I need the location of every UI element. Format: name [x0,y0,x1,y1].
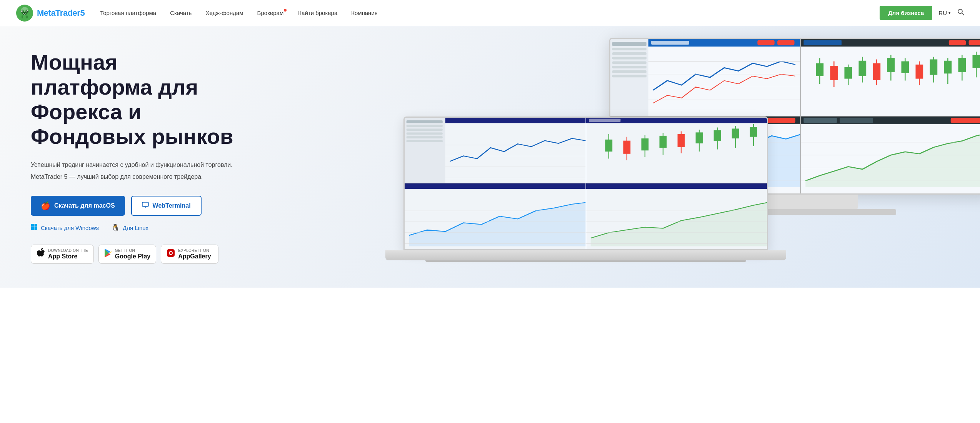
svg-rect-104 [589,119,620,122]
svg-rect-94 [407,132,443,135]
laptop-base [385,250,787,260]
chart-panel-2 [801,39,980,116]
app-gallery-small: EXPLORE IT ON [178,248,211,253]
hero-section: Мощная платформа для Форекса и Фондовых … [0,26,980,288]
svg-rect-31 [612,70,647,73]
app-gallery-icon [167,249,175,260]
svg-point-6 [22,11,23,12]
nav-download[interactable]: Скачать [170,10,192,16]
navbar: MetaTrader5 Торговая платформа Скачать Х… [0,0,980,26]
svg-rect-120 [732,128,739,138]
svg-rect-55 [887,58,895,72]
svg-rect-28 [612,57,647,60]
logo-icon [15,4,34,22]
svg-rect-9 [22,15,23,18]
svg-rect-90 [405,118,445,183]
svg-rect-29 [612,61,647,64]
svg-rect-93 [407,128,443,131]
svg-rect-26 [612,48,647,50]
laptop-device [403,117,768,284]
search-icon[interactable] [957,8,965,18]
web-terminal-button[interactable]: WebTerminal [131,196,202,216]
svg-rect-82 [840,118,873,123]
svg-rect-10 [26,15,28,18]
app-gallery-large: AppGallery [178,253,211,260]
svg-rect-92 [407,125,443,127]
download-macos-button[interactable]: 🍎 Скачать для macOS [31,196,125,216]
nav-hedge-funds[interactable]: Хедж-фондам [205,10,243,16]
app-store-large: App Store [48,253,88,260]
download-linux-label: Для Linux [123,225,148,231]
nav-company[interactable]: Компания [351,10,378,16]
logo-text: MetaTrader5 [37,8,85,18]
svg-point-22 [170,252,172,254]
google-play-icon [104,249,112,260]
svg-rect-13 [142,202,148,207]
svg-point-8 [22,12,27,15]
svg-rect-63 [944,61,952,73]
svg-rect-27 [612,52,647,55]
svg-rect-47 [830,66,838,80]
web-terminal-label: WebTerminal [153,202,191,209]
hero-subtitle1: Успешный трединг начинается с удобной и … [31,160,238,170]
google-play-badge[interactable]: GET IT ON Google Play [98,245,156,264]
app-gallery-badge[interactable]: EXPLORE IT ON AppGallery [161,245,218,264]
svg-rect-108 [623,141,630,154]
svg-rect-116 [695,132,703,143]
nav-links: Торговая платформа Скачать Хедж-фондам Б… [100,10,880,16]
laptop-chart-3 [405,183,585,249]
svg-rect-106 [605,140,612,152]
apple-icon: 🍎 [41,201,50,210]
svg-rect-61 [930,59,937,75]
svg-rect-67 [972,55,980,68]
svg-rect-131 [586,183,767,189]
laptop-screen [403,117,768,250]
language-label: RU [938,10,947,16]
svg-rect-124 [405,183,585,189]
svg-rect-19 [35,227,38,230]
svg-rect-43 [803,40,842,45]
laptop-chart-2 [586,118,767,183]
app-store-badge[interactable]: Download on the App Store [31,245,94,264]
language-selector[interactable]: RU ▾ [938,10,951,16]
svg-rect-45 [816,63,823,76]
svg-rect-34 [651,41,689,45]
svg-rect-81 [803,118,837,123]
svg-rect-35 [758,40,775,45]
business-button[interactable]: Для бизнеса [880,6,932,20]
store-badges: Download on the App Store GET IT ON Go [31,245,238,264]
windows-icon [31,223,38,232]
svg-rect-112 [659,136,667,148]
svg-rect-30 [612,66,647,68]
download-windows-link[interactable]: Скачать для Windows [31,223,99,232]
svg-rect-73 [765,118,795,123]
svg-rect-18 [31,227,34,230]
hero-subtitle2: MetaTrader 5 — лучший выбор для современ… [31,172,238,182]
nav-find-broker[interactable]: Найти брокера [297,10,337,16]
svg-rect-65 [958,58,966,72]
monitor-icon [142,202,149,210]
svg-rect-53 [873,63,880,80]
svg-rect-69 [968,40,980,45]
svg-rect-114 [677,134,685,147]
svg-point-7 [27,11,28,12]
nav-brokers[interactable]: Брокерам [257,10,284,16]
hero-links: Скачать для Windows 🐧 Для Linux [31,223,238,232]
svg-rect-97 [445,118,586,123]
svg-rect-49 [844,67,852,79]
chart-panel-1 [610,39,800,116]
google-play-text: GET IT ON Google Play [115,248,150,260]
nav-trading-platform[interactable]: Торговая платформа [100,10,156,16]
download-macos-label: Скачать для macOS [54,202,115,209]
laptop-chart-4 [586,183,767,249]
hero-content: Мощная платформа для Форекса и Фондовых … [0,27,262,287]
devices-mockup [403,38,980,284]
svg-rect-91 [407,120,443,123]
svg-rect-102 [586,118,767,183]
download-linux-link[interactable]: 🐧 Для Linux [111,223,148,232]
svg-rect-122 [750,127,757,137]
svg-rect-25 [612,42,647,46]
logo[interactable]: MetaTrader5 [15,4,85,22]
svg-rect-83 [950,118,980,123]
app-store-small: Download on the [48,248,88,253]
